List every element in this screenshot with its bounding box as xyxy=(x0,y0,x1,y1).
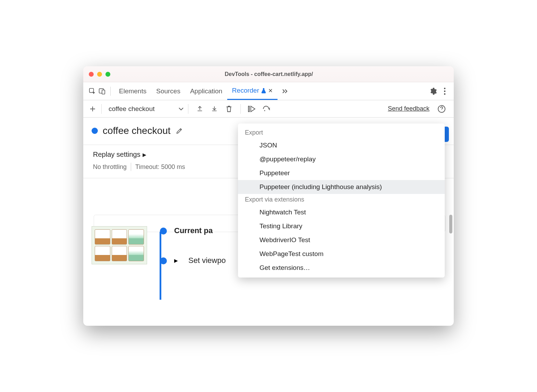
separator xyxy=(110,87,111,96)
devtools-tabbar: Elements Sources Application Recorder ✕ xyxy=(83,82,454,100)
kebab-menu-icon[interactable] xyxy=(440,86,450,96)
edit-pencil-icon[interactable] xyxy=(176,127,183,135)
recording-title: coffee checkout xyxy=(103,125,171,136)
replay-icon[interactable] xyxy=(262,104,272,114)
svg-rect-2 xyxy=(102,90,105,94)
tab-label: Elements xyxy=(119,87,146,95)
svg-point-5 xyxy=(444,93,445,94)
tab-label: Sources xyxy=(156,87,180,95)
separator xyxy=(101,104,102,114)
import-icon[interactable] xyxy=(209,104,220,114)
device-toggle-icon[interactable] xyxy=(97,86,107,96)
export-puppeteer[interactable]: Puppeteer xyxy=(238,166,445,180)
export-get-extensions[interactable]: Get extensions… xyxy=(238,261,445,275)
export-puppeteer-lighthouse[interactable]: Puppeteer (including Lighthouse analysis… xyxy=(238,180,445,194)
tab-label: Application xyxy=(190,87,222,95)
tab-application[interactable]: Application xyxy=(185,82,227,100)
svg-rect-6 xyxy=(248,106,249,112)
devtools-window: DevTools - coffee-cart.netlify.app/ Elem… xyxy=(83,66,454,326)
new-recording-button[interactable] xyxy=(88,104,97,113)
menu-section-export: Export xyxy=(238,127,445,138)
tab-label: Recorder xyxy=(232,87,259,94)
menu-section-extensions: Export via extensions xyxy=(238,194,445,205)
export-nightwatch[interactable]: Nightwatch Test xyxy=(238,205,445,219)
export-json[interactable]: JSON xyxy=(238,138,445,152)
svg-point-3 xyxy=(444,87,445,89)
timeout-value: Timeout: 5000 ms xyxy=(135,163,185,171)
recorder-toolbar: coffee checkout Send feedback xyxy=(83,100,454,118)
export-menu: Export JSON @puppeteer/replay Puppeteer … xyxy=(238,123,445,278)
tab-sources[interactable]: Sources xyxy=(151,82,185,100)
titlebar: DevTools - coffee-cart.netlify.app/ xyxy=(83,66,454,82)
step-over-icon[interactable] xyxy=(247,104,257,114)
recording-selector[interactable]: coffee checkout xyxy=(106,105,157,113)
recorder-content: coffee checkout Replay settings ▶ No thr… xyxy=(83,118,454,326)
step-set-viewport[interactable]: ▶ Set viewpo xyxy=(160,256,226,265)
svg-point-7 xyxy=(264,110,265,111)
export-webdriverio[interactable]: WebdriverIO Test xyxy=(238,233,445,247)
caret-right-icon: ▶ xyxy=(143,152,146,157)
recording-dot-icon xyxy=(92,128,98,134)
send-feedback-link[interactable]: Send feedback xyxy=(388,105,429,112)
separator xyxy=(188,104,188,114)
help-icon[interactable] xyxy=(436,104,447,114)
window-title: DevTools - coffee-cart.netlify.app/ xyxy=(90,71,448,77)
replay-settings-label: Replay settings xyxy=(93,151,140,159)
svg-point-4 xyxy=(444,90,445,92)
throttling-value: No throttling xyxy=(93,163,127,171)
export-icon[interactable] xyxy=(195,104,205,114)
separator xyxy=(240,104,241,114)
more-tabs-icon[interactable] xyxy=(280,86,290,96)
page-thumbnail xyxy=(92,226,147,264)
chevron-down-icon[interactable] xyxy=(178,107,184,111)
settings-gear-icon[interactable] xyxy=(428,86,438,96)
tab-elements[interactable]: Elements xyxy=(114,82,151,100)
delete-icon[interactable] xyxy=(224,104,234,114)
caret-right-icon: ▶ xyxy=(174,258,178,263)
separator xyxy=(131,163,131,171)
export-webpagetest[interactable]: WebPageTest custom xyxy=(238,247,445,261)
close-tab-icon[interactable]: ✕ xyxy=(268,87,273,94)
step-label: Set viewpo xyxy=(188,256,226,265)
timeline: Current pa ▶ Set viewpo xyxy=(157,226,226,286)
export-puppeteer-replay[interactable]: @puppeteer/replay xyxy=(238,152,445,166)
tab-recorder[interactable]: Recorder ✕ xyxy=(227,82,278,100)
flask-icon xyxy=(261,88,266,93)
step-label: Current pa xyxy=(174,226,213,235)
step-current-page[interactable]: Current pa xyxy=(160,226,226,235)
inspect-icon[interactable] xyxy=(87,86,97,96)
export-testing-library[interactable]: Testing Library xyxy=(238,219,445,233)
recording-selector-label: coffee checkout xyxy=(109,105,155,112)
